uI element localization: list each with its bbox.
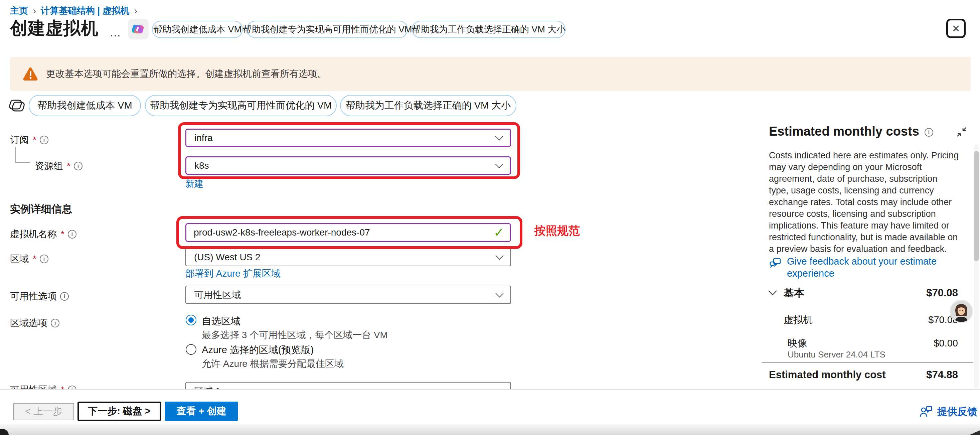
- review-create-button[interactable]: 查看 + 创建: [165, 402, 238, 421]
- cost-row-vm: 虚拟机 $70.08: [769, 313, 958, 327]
- warning-banner: 更改基本选项可能会重置所做的选择。创建虚拟机前查看所有选项。: [10, 57, 970, 91]
- info-icon[interactable]: i: [40, 135, 48, 144]
- region-dropdown[interactable]: (US) West US 2: [185, 248, 511, 266]
- close-icon: ✕: [951, 23, 960, 34]
- close-button[interactable]: ✕: [946, 19, 966, 38]
- warning-icon: [23, 67, 38, 81]
- bottom-strip: [0, 424, 980, 435]
- cost-total-row: Estimated monthly cost $74.88: [769, 369, 958, 381]
- cost-value: $0.00: [934, 338, 958, 349]
- breadcrumb-home-link[interactable]: 主页: [10, 5, 28, 17]
- radio-azure-selected-zones-label[interactable]: Azure 选择的区域(预览版): [202, 343, 313, 357]
- availability-zones-dropdown[interactable]: 区域 1: [185, 382, 511, 389]
- availability-zones-label: 可用性区域* i: [10, 384, 76, 389]
- radio-self-selected-zones[interactable]: [186, 315, 196, 325]
- chevron-down-icon: [495, 252, 503, 260]
- radio-self-selected-zones-desc: 最多选择 3 个可用性区域，每个区域一台 VM: [202, 329, 388, 341]
- zone-options-label: 区域选项 i: [10, 317, 59, 330]
- feedback-bubbles-icon: [769, 257, 782, 270]
- edge-zone-link[interactable]: 部署到 Azure 扩展区域: [185, 267, 281, 280]
- resource-group-dropdown[interactable]: k8s: [185, 156, 511, 175]
- cost-row-basics[interactable]: 基本 $70.08: [769, 286, 958, 300]
- subscription-dropdown[interactable]: infra: [185, 129, 511, 147]
- chevron-down-icon: [495, 289, 503, 297]
- create-new-link[interactable]: 新建: [185, 178, 204, 190]
- info-icon[interactable]: i: [40, 255, 48, 263]
- resource-group-label: 资源组* i: [35, 160, 83, 172]
- subscription-label: 订阅* i: [10, 134, 48, 147]
- collapse-panel-icon[interactable]: [956, 126, 967, 139]
- copilot-icon: [131, 22, 145, 36]
- suggestion-high-availability-vm-button[interactable]: 帮助我创建专为实现高可用性而优化的 VM: [247, 21, 408, 38]
- info-icon[interactable]: i: [74, 162, 83, 170]
- cost-divider: [762, 362, 973, 363]
- vm-name-label: 虚拟机名称* i: [10, 228, 76, 241]
- valid-check-icon: ✓: [494, 225, 504, 240]
- tree-connector: [15, 163, 30, 163]
- page-title: 创建虚拟机: [10, 17, 99, 40]
- cost-value: $70.08: [926, 287, 958, 299]
- info-icon[interactable]: i: [51, 319, 59, 327]
- scrollbar-track[interactable]: [974, 144, 978, 388]
- chevron-down-icon: [495, 386, 503, 389]
- warning-text: 更改基本选项可能会重置所做的选择。创建虚拟机前查看所有选项。: [46, 67, 327, 80]
- suggestion-high-availability-vm-button[interactable]: 帮助我创建专为实现高可用性而优化的 VM: [145, 95, 337, 116]
- cost-row-image-sub: Ubuntu Server 24.04 LTS: [788, 349, 886, 360]
- availability-options-dropdown[interactable]: 可用性区域: [185, 286, 511, 304]
- required-asterisk: *: [33, 253, 37, 264]
- suggestion-low-cost-vm-button[interactable]: 帮助我创建低成本 VM: [29, 95, 141, 116]
- clipped-form-row: 可用性区域* i 区域 1: [0, 368, 668, 389]
- required-asterisk: *: [61, 229, 64, 239]
- chevron-down-icon: [495, 132, 503, 140]
- suggestion-vm-size-button[interactable]: 帮助我为工作负载选择正确的 VM 大小: [412, 21, 565, 38]
- info-icon[interactable]: i: [68, 230, 76, 239]
- suggestion-low-cost-vm-button[interactable]: 帮助我创建低成本 VM: [152, 21, 243, 38]
- person-feedback-icon: [919, 406, 932, 418]
- section-title: 实例详细信息: [10, 202, 72, 216]
- estimate-feedback-link[interactable]: Give feedback about your estimate experi…: [769, 255, 956, 279]
- breadcrumb: 主页 › 计算基础结构 | 虚拟机 ›: [10, 5, 138, 17]
- annotation-text: 按照规范: [535, 223, 580, 239]
- info-icon[interactable]: i: [924, 128, 933, 137]
- previous-button[interactable]: < 上一步: [13, 403, 74, 420]
- cost-panel-title: Estimated monthly costs i: [769, 124, 933, 139]
- breadcrumb-section-link[interactable]: 计算基础结构 | 虚拟机: [41, 5, 130, 17]
- breadcrumb-separator-icon: ›: [134, 5, 138, 16]
- info-icon: i: [68, 386, 76, 389]
- cost-row-image: 映像 $0.00: [769, 337, 958, 350]
- required-asterisk: *: [67, 161, 70, 171]
- tree-connector: [15, 147, 16, 163]
- copilot-outline-icon: [9, 96, 26, 116]
- info-icon[interactable]: i: [60, 292, 69, 301]
- required-asterisk: *: [33, 135, 37, 145]
- availability-options-label: 可用性选项 i: [10, 290, 69, 303]
- cost-total-value: $74.88: [926, 369, 958, 381]
- scrollbar-thumb[interactable]: [974, 151, 978, 261]
- copilot-button[interactable]: [128, 19, 149, 40]
- next-disks-button[interactable]: 下一步: 磁盘 >: [78, 402, 161, 421]
- radio-azure-selected-zones[interactable]: [186, 344, 196, 355]
- region-label: 区域* i: [10, 253, 48, 265]
- cost-disclaimer: Costs indicated here are estimates only.…: [769, 150, 959, 255]
- assistant-avatar[interactable]: [951, 301, 972, 322]
- radio-self-selected-zones-label[interactable]: 自选区域: [202, 315, 240, 328]
- breadcrumb-separator-icon: ›: [33, 5, 36, 16]
- chevron-down-icon: [495, 160, 503, 168]
- vm-name-input[interactable]: [185, 223, 511, 242]
- more-options-button[interactable]: …: [110, 26, 122, 39]
- suggestion-vm-size-button[interactable]: 帮助我为工作负载选择正确的 VM 大小: [340, 95, 516, 116]
- feedback-link[interactable]: 提供反馈: [919, 405, 977, 419]
